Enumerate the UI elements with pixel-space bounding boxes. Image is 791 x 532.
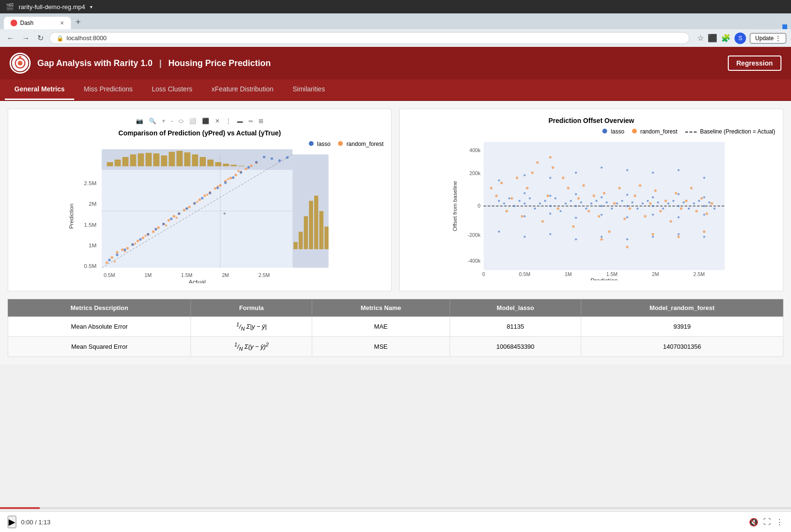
- ext-icon1[interactable]: ⬛: [708, 33, 717, 43]
- chart-card-1: 📷 🔍 + - ⬭ ⬜ ⬛ ✕ ⋮ ▬ ═ ⊞ Comparison of Pr…: [8, 109, 392, 291]
- chart-tool-select[interactable]: ⬜: [187, 117, 198, 125]
- svg-point-243: [600, 166, 602, 168]
- svg-point-37: [126, 247, 129, 249]
- svg-point-159: [639, 184, 641, 187]
- svg-point-249: [524, 236, 526, 238]
- svg-point-195: [575, 205, 577, 207]
- tab-loss-clusters[interactable]: Loss Clusters: [142, 79, 202, 100]
- svg-point-141: [546, 195, 549, 197]
- chart-tool-lasso[interactable]: ⬭: [177, 117, 185, 125]
- video-icon: 🎬: [6, 3, 14, 11]
- chart-area-1[interactable]: + 0.5M 1M 1.5M 2M 2.5M 0.5M 1M 1.5M 2M 2…: [16, 149, 384, 283]
- app-title-part1: Gap Analysis with Rarity 1.0: [37, 58, 152, 68]
- chart-legend-1: lasso random_forest: [16, 141, 384, 147]
- address-bar[interactable]: 🔒 localhost:8000: [49, 32, 689, 44]
- col-header-name: Metrics Name: [312, 299, 450, 317]
- ext-icon2[interactable]: 🧩: [721, 33, 731, 43]
- chart-card-2: Prediction Offset Overview lasso random_…: [399, 109, 783, 291]
- svg-rect-29: [309, 201, 313, 249]
- svg-point-210: [652, 205, 654, 207]
- svg-rect-9: [130, 155, 136, 166]
- svg-point-175: [600, 238, 603, 241]
- svg-point-216: [683, 201, 685, 203]
- svg-text:2.5M: 2.5M: [84, 180, 96, 187]
- svg-rect-30: [314, 196, 318, 249]
- svg-point-149: [588, 210, 590, 212]
- svg-point-137: [526, 187, 528, 189]
- svg-point-75: [237, 170, 239, 172]
- svg-point-238: [703, 214, 705, 216]
- svg-text:2M: 2M: [222, 272, 229, 278]
- browser-titlebar: 🎬 rarity-full-demo-reg.mp4 ▾: [0, 0, 791, 13]
- svg-text:0.5M: 0.5M: [104, 272, 115, 278]
- svg-rect-7: [114, 160, 121, 166]
- svg-point-76: [108, 259, 111, 261]
- svg-point-228: [652, 196, 654, 198]
- refresh-button[interactable]: ↻: [35, 33, 45, 44]
- tab-close-button[interactable]: ✕: [60, 20, 64, 26]
- svg-point-60: [245, 167, 247, 170]
- tab-similarities[interactable]: Similarities: [283, 79, 335, 100]
- chart-tool-bar1[interactable]: ▬: [235, 117, 245, 125]
- svg-point-186: [529, 197, 531, 199]
- new-tab-button[interactable]: +: [72, 15, 85, 29]
- svg-text:1M: 1M: [145, 272, 152, 278]
- svg-point-150: [593, 195, 595, 197]
- col-header-rf: Model_random_forest: [581, 299, 783, 317]
- svg-point-203: [616, 202, 618, 204]
- svg-point-205: [626, 205, 628, 207]
- tab-xfeature[interactable]: xFeature Distribution: [202, 79, 283, 100]
- svg-text:Prediction: Prediction: [590, 277, 618, 280]
- chart-tool-bar2[interactable]: ═: [247, 117, 255, 125]
- app-logo: [10, 53, 31, 74]
- regression-button[interactable]: Regression: [728, 55, 781, 71]
- svg-point-49: [188, 206, 191, 208]
- profile-icon[interactable]: S: [734, 33, 746, 44]
- svg-point-77: [116, 254, 118, 256]
- back-button[interactable]: ←: [5, 33, 16, 44]
- legend-rf: random_forest: [338, 141, 384, 147]
- svg-point-253: [626, 238, 628, 240]
- chart-tool-x[interactable]: ✕: [213, 117, 222, 125]
- update-button[interactable]: Update ⋮: [750, 33, 786, 44]
- svg-text:-400k: -400k: [468, 258, 481, 264]
- forward-button[interactable]: →: [20, 33, 32, 44]
- svg-point-79: [131, 244, 134, 246]
- chart-area-2[interactable]: 400k 200k 0 -200k -400k 0 0.5M 1M 1.5M 2…: [407, 137, 775, 280]
- svg-point-187: [534, 208, 536, 210]
- svg-point-158: [633, 195, 636, 197]
- svg-point-134: [510, 197, 513, 200]
- svg-rect-22: [231, 165, 237, 166]
- update-dots-icon: ⋮: [775, 35, 781, 42]
- chart-tool-spike[interactable]: ⋮: [224, 117, 233, 125]
- svg-point-209: [647, 200, 649, 202]
- chart-tool-zoom[interactable]: 🔍: [147, 117, 158, 125]
- chart-tool-box[interactable]: ⬛: [200, 117, 211, 125]
- chart-tool-camera[interactable]: 📷: [134, 117, 145, 125]
- svg-rect-28: [304, 216, 308, 249]
- svg-text:200k: 200k: [469, 170, 481, 176]
- tab-miss-predictions[interactable]: Miss Predictions: [74, 79, 142, 100]
- svg-point-180: [498, 200, 500, 202]
- svg-rect-13: [161, 155, 167, 166]
- browser-toolbar-icons: ☆ ⬛ 🧩 S Update ⋮: [697, 33, 786, 44]
- chart-tool-grid[interactable]: ⊞: [257, 117, 265, 125]
- svg-point-194: [570, 200, 572, 202]
- svg-rect-10: [138, 154, 144, 166]
- star-icon[interactable]: ☆: [697, 33, 704, 43]
- tab-favicon: [11, 20, 17, 26]
- title-dropdown-icon[interactable]: ▾: [90, 4, 92, 10]
- svg-text:1M: 1M: [89, 242, 96, 249]
- svg-point-247: [703, 177, 705, 179]
- browser-tab-dash[interactable]: Dash ✕: [4, 17, 71, 29]
- svg-point-233: [575, 217, 577, 219]
- svg-point-201: [606, 201, 608, 203]
- tab-general-metrics[interactable]: General Metrics: [5, 79, 74, 100]
- chart-tool-minus[interactable]: -: [169, 117, 175, 125]
- chart-tool-add[interactable]: +: [160, 117, 167, 125]
- table-row-mse: Mean Squared Error 1/N Σ(y − ŷ)2 MSE 100…: [8, 336, 783, 356]
- svg-point-33: [105, 261, 108, 264]
- svg-text:2M: 2M: [652, 271, 659, 277]
- svg-point-185: [524, 202, 526, 204]
- metrics-table: Metrics Description Formula Metrics Name…: [8, 299, 783, 357]
